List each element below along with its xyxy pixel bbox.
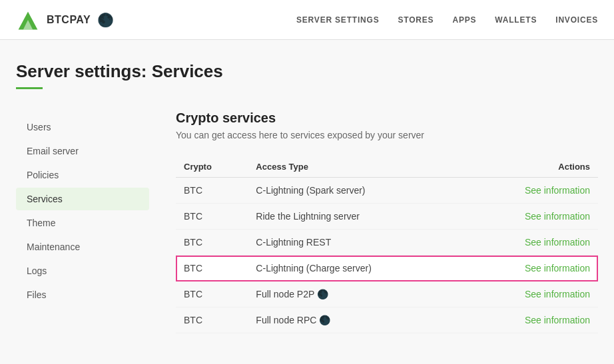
logo: BTCPAY 🌑 bbox=[16, 8, 114, 32]
table-row: BTCFull node RPC 🌑See information bbox=[176, 307, 598, 333]
sidebar-item-maintenance[interactable]: Maintenance bbox=[16, 236, 149, 258]
sidebar-item-users[interactable]: Users bbox=[16, 116, 149, 138]
col-header-actions: Actions bbox=[464, 156, 598, 178]
section-description: You can get access here to services expo… bbox=[176, 130, 598, 140]
cell-access-type: Full node RPC 🌑 bbox=[248, 307, 464, 333]
nav-wallets[interactable]: WALLETS bbox=[495, 15, 537, 25]
col-header-crypto: Crypto bbox=[176, 156, 248, 178]
cell-crypto: BTC bbox=[176, 230, 248, 256]
cell-crypto: BTC bbox=[176, 178, 248, 204]
see-information-link[interactable]: See information bbox=[525, 315, 590, 325]
main-container: Users Email server Policies Services The… bbox=[0, 89, 614, 355]
sidebar-item-theme[interactable]: Theme bbox=[16, 212, 149, 234]
table-header-row: Crypto Access Type Actions bbox=[176, 156, 598, 178]
logo-text: BTCPAY bbox=[47, 14, 91, 26]
sidebar: Users Email server Policies Services The… bbox=[16, 110, 149, 333]
cell-action[interactable]: See information bbox=[464, 256, 598, 281]
see-information-link[interactable]: See information bbox=[525, 237, 590, 248]
nav-stores[interactable]: STORES bbox=[398, 15, 434, 25]
table-row: BTCC-Lightning (Spark server)See informa… bbox=[176, 178, 598, 204]
col-header-access-type: Access Type bbox=[248, 156, 464, 178]
btcpay-logo-icon bbox=[16, 8, 40, 32]
cell-action[interactable]: See information bbox=[464, 204, 598, 230]
cell-access-type: C-Lightning (Spark server) bbox=[248, 178, 464, 204]
services-table: Crypto Access Type Actions BTCC-Lightnin… bbox=[176, 156, 598, 333]
table-row: BTCRide the Lightning serverSee informat… bbox=[176, 204, 598, 230]
content-area: Crypto services You can get access here … bbox=[149, 110, 598, 333]
sidebar-item-logs[interactable]: Logs bbox=[16, 260, 149, 282]
see-information-link[interactable]: See information bbox=[525, 185, 590, 196]
nav-invoices[interactable]: INVOICES bbox=[555, 15, 598, 25]
page-header: Server settings: Services bbox=[0, 40, 614, 89]
cell-access-type: Full node P2P 🌑 bbox=[248, 281, 464, 307]
cell-access-type: C-Lightning (Charge server) bbox=[248, 256, 464, 281]
nav-apps[interactable]: APPS bbox=[452, 15, 476, 25]
sidebar-item-email-server[interactable]: Email server bbox=[16, 140, 149, 162]
table-row: BTCC-Lightning RESTSee information bbox=[176, 230, 598, 256]
tor-icon: 🌑 bbox=[97, 12, 114, 28]
cell-action[interactable]: See information bbox=[464, 178, 598, 204]
cell-action[interactable]: See information bbox=[464, 307, 598, 333]
see-information-link[interactable]: See information bbox=[525, 263, 590, 273]
sidebar-item-files[interactable]: Files bbox=[16, 283, 149, 306]
nav-server-settings[interactable]: SERVER SETTINGS bbox=[296, 15, 379, 25]
cell-crypto: BTC bbox=[176, 204, 248, 230]
table-row: BTCFull node P2P 🌑See information bbox=[176, 281, 598, 307]
page-title: Server settings: Services bbox=[16, 61, 598, 82]
cell-access-type: Ride the Lightning server bbox=[248, 204, 464, 230]
cell-crypto: BTC bbox=[176, 307, 248, 333]
table-row: BTCC-Lightning (Charge server)See inform… bbox=[176, 256, 598, 281]
cell-action[interactable]: See information bbox=[464, 281, 598, 307]
see-information-link[interactable]: See information bbox=[525, 289, 590, 299]
header: BTCPAY 🌑 SERVER SETTINGS STORES APPS WAL… bbox=[0, 0, 614, 40]
cell-crypto: BTC bbox=[176, 256, 248, 281]
sidebar-item-services[interactable]: Services bbox=[16, 188, 149, 210]
cell-access-type: C-Lightning REST bbox=[248, 230, 464, 256]
cell-action[interactable]: See information bbox=[464, 230, 598, 256]
sidebar-item-policies[interactable]: Policies bbox=[16, 164, 149, 186]
cell-crypto: BTC bbox=[176, 281, 248, 307]
see-information-link[interactable]: See information bbox=[525, 211, 590, 222]
main-nav: SERVER SETTINGS STORES APPS WALLETS INVO… bbox=[296, 15, 598, 25]
section-title: Crypto services bbox=[176, 110, 598, 126]
